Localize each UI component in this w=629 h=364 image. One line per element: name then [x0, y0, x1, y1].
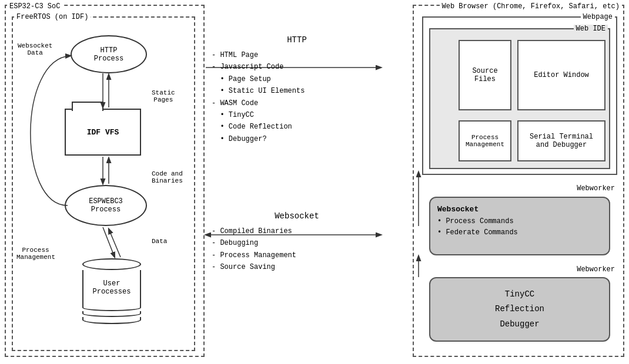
- static-pages-label: StaticPages: [152, 89, 175, 103]
- editor-window-label: Editor Window: [534, 71, 589, 79]
- webpage-label: Webpage: [581, 13, 615, 21]
- webworker2-content: TinyCC Reflection Debugger: [495, 287, 544, 332]
- ws-item-4: - Source Saving: [212, 261, 382, 273]
- webworker1-box: Websocket • Process Commands • Federate …: [429, 197, 610, 255]
- cylinder-stripe-2: [82, 311, 141, 317]
- diagram: ESP32-C3 SoC FreeRTOS (on IDF) Websocket…: [0, 0, 629, 364]
- http-process-ellipse: HTTPProcess: [71, 35, 147, 73]
- http-item-6: • TinyCC: [212, 109, 382, 121]
- espwebc3-ellipse: ESPWEBC3Process: [65, 185, 147, 226]
- process-mgmt-left-label: ProcessManagement: [16, 247, 55, 261]
- http-item-4: • Static UI Elements: [212, 85, 382, 97]
- ww1-item-1: • Process Commands: [437, 216, 602, 227]
- ws-list: - Compiled Binaries - Debugging - Proces…: [212, 225, 382, 274]
- http-item-1: - HTML Page: [212, 49, 382, 61]
- http-item-3: • Page Setup: [212, 73, 382, 85]
- http-section: HTTP - HTML Page - Javascript Code • Pag…: [212, 35, 382, 145]
- user-processes-cylinder: UserProcesses: [82, 258, 141, 324]
- http-list: - HTML Page - Javascript Code • Page Set…: [212, 49, 382, 145]
- source-files-label: SourceFiles: [472, 67, 497, 83]
- http-item-7: • Code Reflection: [212, 121, 382, 133]
- pm-webide-label: Process Management: [460, 134, 510, 148]
- ws-item-1: - Compiled Binaries: [212, 225, 382, 237]
- serial-terminal-box: Serial Terminaland Debugger: [517, 120, 605, 161]
- webworker1-label: Webworker: [577, 184, 615, 193]
- webworker1-title: Websocket: [437, 205, 602, 214]
- http-process-label: HTTPProcess: [94, 46, 123, 63]
- ww2-line2: Reflection: [495, 302, 544, 316]
- webworker1-list: • Process Commands • Federate Commands: [437, 216, 602, 238]
- http-item-5: - WASM Code: [212, 97, 382, 109]
- source-files-box: SourceFiles: [459, 40, 511, 110]
- ws-item-3: - Process Management: [212, 250, 382, 261]
- vfs-label: IDF VFS: [87, 128, 119, 137]
- editor-window-box: Editor Window: [517, 40, 605, 110]
- cylinder-top: [82, 258, 141, 270]
- cylinder-body: UserProcesses: [82, 270, 141, 305]
- cylinder-stripe-1: [82, 305, 141, 311]
- ww2-line3: Debugger: [495, 317, 544, 332]
- ws-arrow-label: Websocket: [212, 211, 382, 221]
- websocket-data-label: WebsocketData: [18, 42, 52, 56]
- browser-label: Web Browser (Chrome, Firefox, Safari, et…: [440, 2, 622, 11]
- code-binaries-label: Code andBinaries: [152, 170, 183, 184]
- freertos-label: FreeRTOS (on IDF): [14, 13, 91, 21]
- esp32-label: ESP32-C3 SoC: [7, 2, 62, 11]
- serial-terminal-label: Serial Terminaland Debugger: [530, 133, 593, 149]
- http-item-8: • Debugger?: [212, 133, 382, 145]
- espwebc3-label: ESPWEBC3Process: [89, 197, 123, 214]
- vfs-box: IDF VFS: [65, 109, 141, 156]
- http-item-2: - Javascript Code: [212, 61, 382, 73]
- user-processes-label: UserProcesses: [93, 279, 131, 296]
- webworker2-label: Webworker: [577, 265, 615, 274]
- data-label: Data: [152, 238, 167, 245]
- ws-item-2: - Debugging: [212, 237, 382, 249]
- webworker2-box: TinyCC Reflection Debugger: [429, 277, 610, 342]
- ws-section: Websocket - Compiled Binaries - Debuggin…: [212, 211, 382, 274]
- pm-webide-box: Process Management: [459, 120, 511, 161]
- webide-label: Web IDE: [574, 25, 608, 33]
- ww1-item-2: • Federate Commands: [437, 227, 602, 238]
- http-arrow-label: HTTP: [212, 35, 382, 45]
- cylinder-bottom: [82, 317, 141, 324]
- ww2-line1: TinyCC: [495, 287, 544, 302]
